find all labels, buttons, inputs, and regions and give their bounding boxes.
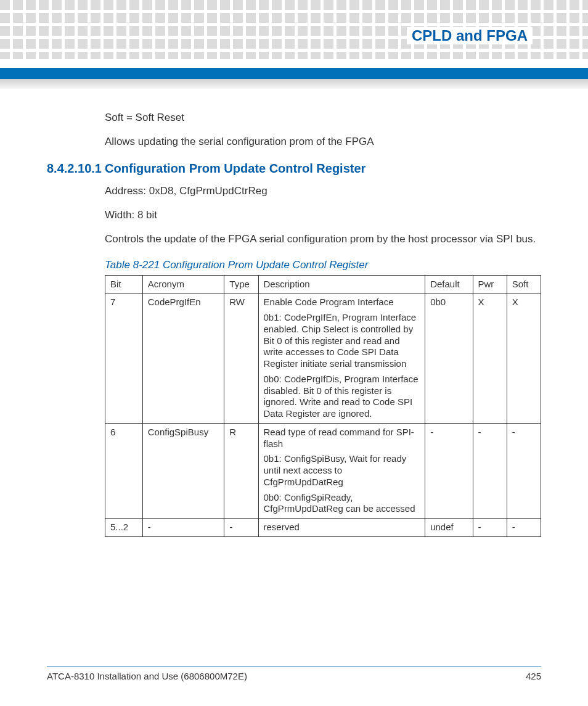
th-pwr: Pwr <box>473 275 507 293</box>
desc-line: 0b0: CodePrgIfDis, Program Interface dis… <box>264 374 420 420</box>
cell-soft: - <box>507 519 541 537</box>
desc-line: Read type of read command for SPI-flash <box>264 427 420 450</box>
cell-type: RW <box>224 293 258 424</box>
cell-bit: 5...2 <box>105 519 143 537</box>
header-grey-gradient <box>0 79 588 89</box>
th-bit: Bit <box>105 275 143 293</box>
desc-line: 0b0: ConfigSpiReady, CfgPrmUpdDatReg can… <box>264 492 420 515</box>
desc-line: 0b1: ConfigSpiBusy, Wait for ready until… <box>264 453 420 488</box>
cell-acronym: - <box>142 519 224 537</box>
th-description: Description <box>258 275 425 293</box>
table-row: 7 CodePrgIfEn RW Enable Code Program Int… <box>105 293 541 424</box>
cell-bit: 7 <box>105 293 143 424</box>
cell-soft: X <box>507 293 541 424</box>
intro-line-1: Soft = Soft Reset <box>105 111 541 125</box>
header-blue-bar <box>0 68 588 79</box>
footer-page-number: 425 <box>526 671 541 681</box>
th-type: Type <box>224 275 258 293</box>
page-footer: ATCA-8310 Installation and Use (6806800M… <box>47 667 541 681</box>
section-width: Width: 8 bit <box>105 208 541 223</box>
th-soft: Soft <box>507 275 541 293</box>
table-header-row: Bit Acronym Type Description Default Pwr… <box>105 275 541 293</box>
th-acronym: Acronym <box>142 275 224 293</box>
table-row: 6 ConfigSpiBusy R Read type of read comm… <box>105 423 541 518</box>
cell-description: Read type of read command for SPI-flash … <box>258 423 425 518</box>
cell-acronym: CodePrgIfEn <box>142 293 224 424</box>
table-row: 5...2 - - reserved undef - - <box>105 519 541 537</box>
footer-doc-title: ATCA-8310 Installation and Use (6806800M… <box>47 671 247 681</box>
table-caption: Table 8-221 Configuration Prom Update Co… <box>105 259 541 271</box>
cell-description: reserved <box>258 519 425 537</box>
cell-pwr: - <box>473 519 507 537</box>
register-table: Bit Acronym Type Description Default Pwr… <box>105 275 541 537</box>
section-heading: 8.4.2.10.1Configuration Prom Update Cont… <box>47 162 541 176</box>
desc-line: 0b1: CodePrgIfEn, Program Interface enab… <box>264 312 420 370</box>
section-description: Controls the update of the FPGA serial c… <box>105 232 541 247</box>
chapter-title: CPLD and FPGA <box>407 27 533 44</box>
intro-line-2: Allows updating the serial configuration… <box>105 135 541 149</box>
cell-pwr: X <box>473 293 507 424</box>
cell-type: - <box>224 519 258 537</box>
cell-bit: 6 <box>105 423 143 518</box>
th-default: Default <box>425 275 473 293</box>
cell-default: 0b0 <box>425 293 473 424</box>
cell-default: undef <box>425 519 473 537</box>
desc-line: Enable Code Program Interface <box>264 297 420 308</box>
cell-pwr: - <box>473 423 507 518</box>
cell-soft: - <box>507 423 541 518</box>
cell-description: Enable Code Program Interface 0b1: CodeP… <box>258 293 425 424</box>
cell-default: - <box>425 423 473 518</box>
cell-acronym: ConfigSpiBusy <box>142 423 224 518</box>
cell-type: R <box>224 423 258 518</box>
section-title: Configuration Prom Update Control Regist… <box>105 162 365 175</box>
page-content: Soft = Soft Reset Allows updating the se… <box>47 111 541 537</box>
desc-line: reserved <box>264 522 420 533</box>
section-number: 8.4.2.10.1 <box>47 162 105 176</box>
section-address: Address: 0xD8, CfgPrmUpdCtrReg <box>105 184 541 199</box>
